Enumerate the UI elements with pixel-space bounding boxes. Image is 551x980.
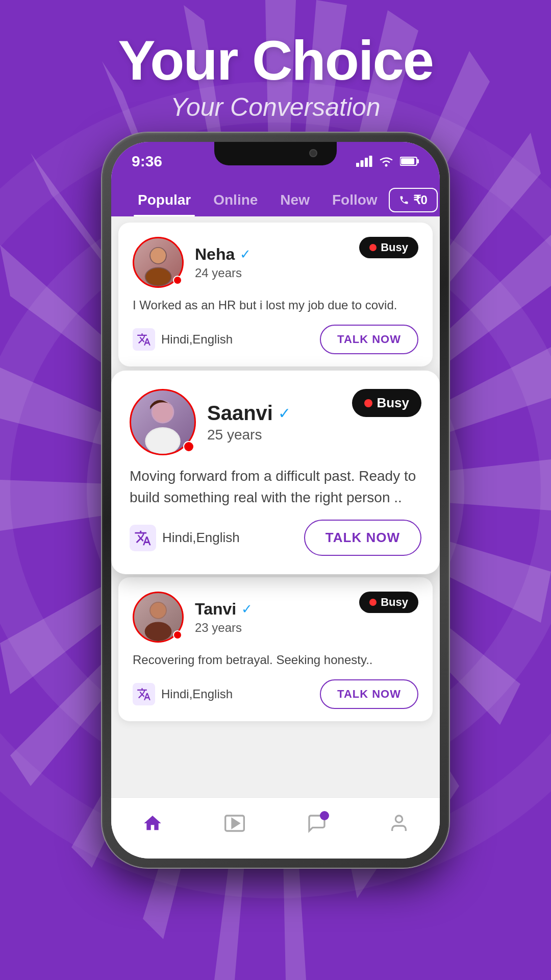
bio-saanvi: Moving forward from a difficult past. Re…: [130, 465, 421, 508]
card-left-tanvi: Tanvi ✓ 23 years: [133, 592, 253, 643]
online-dot-saanvi: [183, 441, 194, 452]
name-saanvi: Saanvi: [207, 402, 273, 425]
tab-follow[interactable]: Follow: [321, 184, 389, 216]
svg-rect-29: [361, 160, 364, 167]
chat-badge: [320, 811, 329, 820]
lang-row-saanvi: Hindi,English: [130, 525, 240, 551]
avatar-saanvi: [130, 389, 196, 455]
footer-neha: Hindi,English TALK NOW: [133, 325, 418, 354]
hero-subtitle: Your Conversation: [0, 92, 551, 122]
nav-item-video[interactable]: [224, 813, 245, 834]
nav-right-actions: ₹0: [389, 188, 440, 212]
name-row-saanvi: Saanvi ✓: [207, 402, 291, 425]
avatar-tanvi: [133, 592, 184, 643]
busy-dot-neha: [369, 244, 377, 251]
talk-now-saanvi[interactable]: TALK NOW: [304, 520, 421, 556]
busy-dot-tanvi: [369, 599, 377, 606]
busy-badge-neha: Busy: [359, 237, 418, 258]
status-time: 9:36: [132, 153, 162, 170]
name-tanvi: Tanvi: [195, 600, 236, 619]
translate-icon-tanvi: [133, 683, 155, 705]
lang-row-tanvi: Hindi,English: [133, 683, 233, 705]
phone-notch: [214, 142, 337, 165]
signal-icon: [356, 156, 372, 167]
card-info-saanvi: Saanvi ✓ 25 years: [207, 402, 291, 443]
phone-frame: 9:36: [102, 133, 449, 868]
battery-icon: [400, 156, 419, 166]
card-header-saanvi: Saanvi ✓ 25 years Busy: [130, 389, 421, 455]
wifi-icon: [379, 156, 394, 167]
status-icons: [356, 156, 419, 167]
name-neha: Neha: [195, 245, 235, 264]
verified-neha: ✓: [240, 247, 251, 262]
tab-new[interactable]: New: [269, 184, 321, 216]
svg-rect-31: [369, 156, 372, 167]
svg-rect-35: [401, 158, 414, 164]
nav-item-profile[interactable]: [389, 813, 409, 834]
nav-item-chat[interactable]: [307, 813, 327, 834]
avatar-neha: [133, 237, 184, 288]
app-header: Popular Online New Follow: [111, 179, 440, 216]
card-info-tanvi: Tanvi ✓ 23 years: [195, 600, 253, 635]
talk-now-neha[interactable]: TALK NOW: [320, 325, 418, 354]
svg-point-43: [146, 428, 179, 454]
online-dot-neha: [173, 276, 182, 285]
svg-point-39: [146, 268, 171, 285]
profile-icon: [389, 813, 409, 834]
camera-dot: [309, 149, 317, 157]
bio-neha: I Worked as an HR but i lost my job due …: [133, 296, 418, 314]
svg-rect-28: [356, 163, 359, 167]
busy-badge-saanvi: Busy: [352, 389, 421, 417]
svg-point-45: [145, 622, 172, 641]
card-left-saanvi: Saanvi ✓ 25 years: [130, 389, 291, 455]
profile-card-tanvi: Tanvi ✓ 23 years Busy R: [118, 577, 433, 721]
phone-outer: 9:36: [102, 133, 449, 868]
verified-tanvi: ✓: [241, 601, 253, 617]
tab-online[interactable]: Online: [202, 184, 269, 216]
hero-title: Your Choice: [0, 31, 551, 90]
card-left-neha: Neha ✓ 24 years: [133, 237, 251, 288]
phone-screen: 9:36: [111, 142, 440, 859]
hero-section: Your Choice Your Conversation: [0, 31, 551, 122]
svg-rect-34: [417, 159, 419, 163]
name-row-neha: Neha ✓: [195, 245, 251, 264]
card-info-neha: Neha ✓ 24 years: [195, 245, 251, 280]
svg-point-48: [395, 816, 402, 822]
age-neha: 24 years: [195, 266, 251, 280]
nav-item-home[interactable]: [142, 813, 163, 834]
video-icon: [224, 813, 245, 834]
call-balance-btn[interactable]: ₹0: [389, 188, 438, 212]
profile-card-saanvi: Saanvi ✓ 25 years Busy: [111, 371, 440, 574]
busy-badge-tanvi: Busy: [359, 592, 418, 613]
bio-tanvi: Recovering from betrayal. Seeking honest…: [133, 651, 418, 669]
translate-icon-saanvi: [130, 525, 156, 551]
card-header-tanvi: Tanvi ✓ 23 years Busy: [133, 592, 418, 643]
talk-now-tanvi[interactable]: TALK NOW: [320, 679, 418, 709]
svg-point-32: [385, 164, 388, 167]
lang-row-neha: Hindi,English: [133, 328, 233, 351]
footer-tanvi: Hindi,English TALK NOW: [133, 679, 418, 709]
online-dot-tanvi: [173, 630, 182, 640]
bottom-nav: [111, 797, 440, 859]
home-icon: [142, 813, 163, 834]
busy-dot-saanvi: [364, 399, 372, 407]
footer-saanvi: Hindi,English TALK NOW: [130, 520, 421, 556]
call-balance-amount: ₹0: [413, 193, 428, 207]
svg-point-46: [151, 603, 166, 618]
nav-tabs: Popular Online New Follow: [127, 184, 424, 216]
lang-text-neha: Hindi,English: [161, 332, 233, 347]
name-row-tanvi: Tanvi ✓: [195, 600, 253, 619]
lang-text-saanvi: Hindi,English: [162, 530, 240, 546]
phone-icon: [399, 195, 409, 205]
tab-popular[interactable]: Popular: [127, 184, 202, 216]
age-tanvi: 23 years: [195, 621, 253, 635]
card-header-neha: Neha ✓ 24 years Busy: [133, 237, 418, 288]
lang-text-tanvi: Hindi,English: [161, 687, 233, 701]
verified-saanvi: ✓: [278, 404, 291, 422]
age-saanvi: 25 years: [207, 427, 291, 443]
profile-card-neha: Neha ✓ 24 years Busy I: [118, 223, 433, 366]
translate-icon-neha: [133, 328, 155, 351]
svg-rect-30: [365, 158, 368, 167]
svg-point-42: [153, 402, 173, 422]
svg-point-38: [151, 248, 166, 263]
